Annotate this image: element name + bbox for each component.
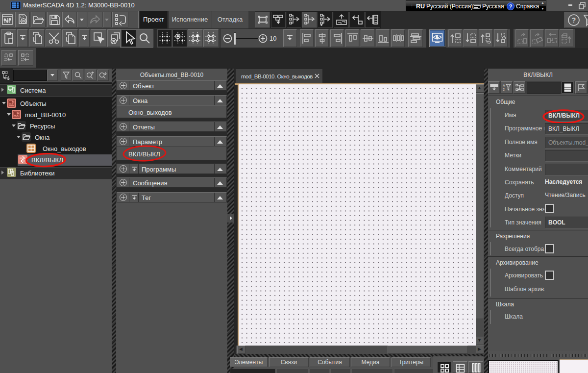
svg-text:2: 2: [503, 88, 505, 91]
svg-text:?: ?: [572, 16, 576, 24]
svg-text:A: A: [503, 84, 505, 87]
svg-text:?: ?: [509, 3, 513, 9]
